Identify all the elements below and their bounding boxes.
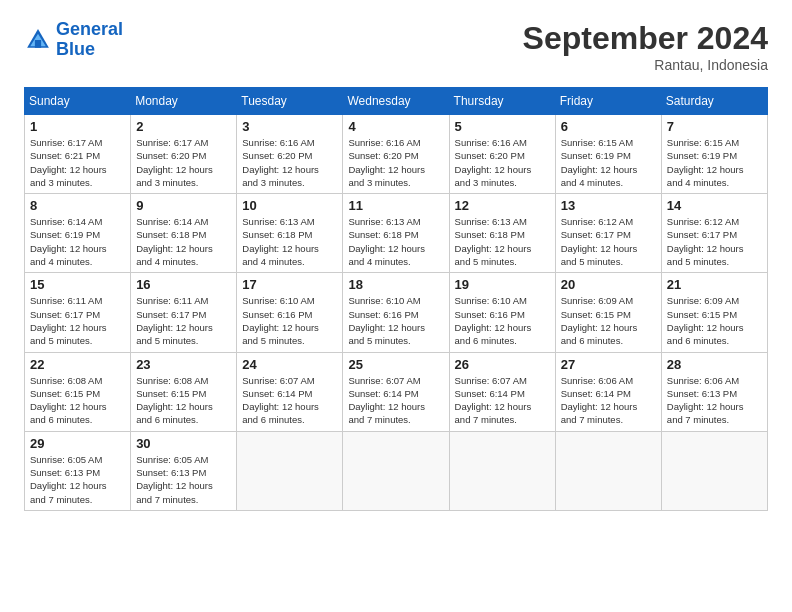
- calendar-cell: 25Sunrise: 6:07 AM Sunset: 6:14 PM Dayli…: [343, 352, 449, 431]
- day-info: Sunrise: 6:06 AM Sunset: 6:13 PM Dayligh…: [667, 374, 762, 427]
- calendar-cell: 5Sunrise: 6:16 AM Sunset: 6:20 PM Daylig…: [449, 115, 555, 194]
- month-title: September 2024: [523, 20, 768, 57]
- col-header-sunday: Sunday: [25, 88, 131, 115]
- calendar: SundayMondayTuesdayWednesdayThursdayFrid…: [24, 87, 768, 511]
- calendar-cell: 24Sunrise: 6:07 AM Sunset: 6:14 PM Dayli…: [237, 352, 343, 431]
- day-info: Sunrise: 6:10 AM Sunset: 6:16 PM Dayligh…: [455, 294, 550, 347]
- day-info: Sunrise: 6:11 AM Sunset: 6:17 PM Dayligh…: [136, 294, 231, 347]
- col-header-saturday: Saturday: [661, 88, 767, 115]
- calendar-cell: 9Sunrise: 6:14 AM Sunset: 6:18 PM Daylig…: [131, 194, 237, 273]
- day-number: 14: [667, 198, 762, 213]
- calendar-cell: 21Sunrise: 6:09 AM Sunset: 6:15 PM Dayli…: [661, 273, 767, 352]
- col-header-tuesday: Tuesday: [237, 88, 343, 115]
- calendar-cell: 11Sunrise: 6:13 AM Sunset: 6:18 PM Dayli…: [343, 194, 449, 273]
- calendar-cell: 20Sunrise: 6:09 AM Sunset: 6:15 PM Dayli…: [555, 273, 661, 352]
- calendar-cell: 3Sunrise: 6:16 AM Sunset: 6:20 PM Daylig…: [237, 115, 343, 194]
- day-number: 27: [561, 357, 656, 372]
- day-info: Sunrise: 6:07 AM Sunset: 6:14 PM Dayligh…: [242, 374, 337, 427]
- location: Rantau, Indonesia: [523, 57, 768, 73]
- day-info: Sunrise: 6:14 AM Sunset: 6:18 PM Dayligh…: [136, 215, 231, 268]
- day-info: Sunrise: 6:15 AM Sunset: 6:19 PM Dayligh…: [667, 136, 762, 189]
- calendar-cell: 16Sunrise: 6:11 AM Sunset: 6:17 PM Dayli…: [131, 273, 237, 352]
- calendar-cell: 26Sunrise: 6:07 AM Sunset: 6:14 PM Dayli…: [449, 352, 555, 431]
- day-info: Sunrise: 6:09 AM Sunset: 6:15 PM Dayligh…: [561, 294, 656, 347]
- day-number: 8: [30, 198, 125, 213]
- calendar-cell: [237, 431, 343, 510]
- day-number: 26: [455, 357, 550, 372]
- day-info: Sunrise: 6:14 AM Sunset: 6:19 PM Dayligh…: [30, 215, 125, 268]
- day-info: Sunrise: 6:13 AM Sunset: 6:18 PM Dayligh…: [242, 215, 337, 268]
- day-info: Sunrise: 6:05 AM Sunset: 6:13 PM Dayligh…: [30, 453, 125, 506]
- calendar-cell: 13Sunrise: 6:12 AM Sunset: 6:17 PM Dayli…: [555, 194, 661, 273]
- week-row-1: 1Sunrise: 6:17 AM Sunset: 6:21 PM Daylig…: [25, 115, 768, 194]
- calendar-cell: 4Sunrise: 6:16 AM Sunset: 6:20 PM Daylig…: [343, 115, 449, 194]
- day-info: Sunrise: 6:12 AM Sunset: 6:17 PM Dayligh…: [667, 215, 762, 268]
- day-number: 4: [348, 119, 443, 134]
- col-header-monday: Monday: [131, 88, 237, 115]
- day-info: Sunrise: 6:07 AM Sunset: 6:14 PM Dayligh…: [348, 374, 443, 427]
- calendar-cell: [555, 431, 661, 510]
- day-info: Sunrise: 6:12 AM Sunset: 6:17 PM Dayligh…: [561, 215, 656, 268]
- day-number: 16: [136, 277, 231, 292]
- day-number: 2: [136, 119, 231, 134]
- calendar-cell: 10Sunrise: 6:13 AM Sunset: 6:18 PM Dayli…: [237, 194, 343, 273]
- week-row-4: 22Sunrise: 6:08 AM Sunset: 6:15 PM Dayli…: [25, 352, 768, 431]
- day-info: Sunrise: 6:06 AM Sunset: 6:14 PM Dayligh…: [561, 374, 656, 427]
- page: General Blue September 2024 Rantau, Indo…: [0, 0, 792, 527]
- day-number: 7: [667, 119, 762, 134]
- day-info: Sunrise: 6:10 AM Sunset: 6:16 PM Dayligh…: [348, 294, 443, 347]
- calendar-cell: 17Sunrise: 6:10 AM Sunset: 6:16 PM Dayli…: [237, 273, 343, 352]
- day-number: 28: [667, 357, 762, 372]
- day-info: Sunrise: 6:15 AM Sunset: 6:19 PM Dayligh…: [561, 136, 656, 189]
- day-info: Sunrise: 6:17 AM Sunset: 6:21 PM Dayligh…: [30, 136, 125, 189]
- logo-line1: General: [56, 19, 123, 39]
- logo-icon: [24, 26, 52, 54]
- day-number: 10: [242, 198, 337, 213]
- day-number: 19: [455, 277, 550, 292]
- day-info: Sunrise: 6:16 AM Sunset: 6:20 PM Dayligh…: [242, 136, 337, 189]
- header: General Blue September 2024 Rantau, Indo…: [24, 20, 768, 73]
- calendar-cell: 6Sunrise: 6:15 AM Sunset: 6:19 PM Daylig…: [555, 115, 661, 194]
- day-info: Sunrise: 6:05 AM Sunset: 6:13 PM Dayligh…: [136, 453, 231, 506]
- calendar-cell: 2Sunrise: 6:17 AM Sunset: 6:20 PM Daylig…: [131, 115, 237, 194]
- day-info: Sunrise: 6:17 AM Sunset: 6:20 PM Dayligh…: [136, 136, 231, 189]
- day-number: 11: [348, 198, 443, 213]
- week-row-5: 29Sunrise: 6:05 AM Sunset: 6:13 PM Dayli…: [25, 431, 768, 510]
- day-info: Sunrise: 6:10 AM Sunset: 6:16 PM Dayligh…: [242, 294, 337, 347]
- week-row-2: 8Sunrise: 6:14 AM Sunset: 6:19 PM Daylig…: [25, 194, 768, 273]
- day-number: 30: [136, 436, 231, 451]
- calendar-cell: 23Sunrise: 6:08 AM Sunset: 6:15 PM Dayli…: [131, 352, 237, 431]
- col-header-thursday: Thursday: [449, 88, 555, 115]
- day-info: Sunrise: 6:07 AM Sunset: 6:14 PM Dayligh…: [455, 374, 550, 427]
- day-number: 15: [30, 277, 125, 292]
- day-info: Sunrise: 6:09 AM Sunset: 6:15 PM Dayligh…: [667, 294, 762, 347]
- day-number: 17: [242, 277, 337, 292]
- calendar-cell: 1Sunrise: 6:17 AM Sunset: 6:21 PM Daylig…: [25, 115, 131, 194]
- day-number: 6: [561, 119, 656, 134]
- calendar-cell: 12Sunrise: 6:13 AM Sunset: 6:18 PM Dayli…: [449, 194, 555, 273]
- day-number: 20: [561, 277, 656, 292]
- calendar-cell: 22Sunrise: 6:08 AM Sunset: 6:15 PM Dayli…: [25, 352, 131, 431]
- day-number: 13: [561, 198, 656, 213]
- calendar-cell: 15Sunrise: 6:11 AM Sunset: 6:17 PM Dayli…: [25, 273, 131, 352]
- calendar-cell: [449, 431, 555, 510]
- day-info: Sunrise: 6:13 AM Sunset: 6:18 PM Dayligh…: [348, 215, 443, 268]
- day-info: Sunrise: 6:08 AM Sunset: 6:15 PM Dayligh…: [136, 374, 231, 427]
- day-number: 25: [348, 357, 443, 372]
- day-number: 29: [30, 436, 125, 451]
- svg-rect-2: [35, 40, 41, 48]
- day-number: 23: [136, 357, 231, 372]
- day-number: 21: [667, 277, 762, 292]
- logo: General Blue: [24, 20, 123, 60]
- calendar-cell: 29Sunrise: 6:05 AM Sunset: 6:13 PM Dayli…: [25, 431, 131, 510]
- calendar-cell: 7Sunrise: 6:15 AM Sunset: 6:19 PM Daylig…: [661, 115, 767, 194]
- calendar-cell: 19Sunrise: 6:10 AM Sunset: 6:16 PM Dayli…: [449, 273, 555, 352]
- col-header-friday: Friday: [555, 88, 661, 115]
- day-info: Sunrise: 6:08 AM Sunset: 6:15 PM Dayligh…: [30, 374, 125, 427]
- day-number: 22: [30, 357, 125, 372]
- logo-text: General Blue: [56, 20, 123, 60]
- day-number: 9: [136, 198, 231, 213]
- day-number: 18: [348, 277, 443, 292]
- calendar-cell: 18Sunrise: 6:10 AM Sunset: 6:16 PM Dayli…: [343, 273, 449, 352]
- calendar-cell: [661, 431, 767, 510]
